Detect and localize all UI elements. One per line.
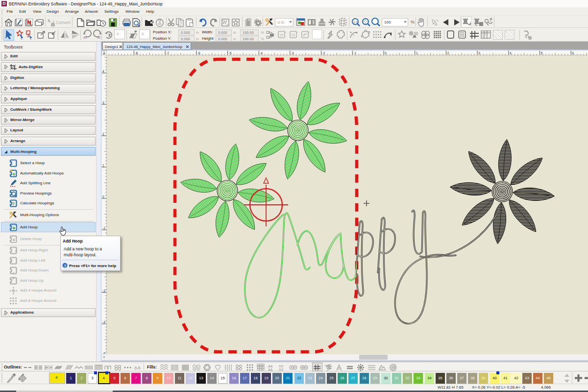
svg-text:XX: XX — [279, 368, 284, 371]
svg-text:4: 4 — [102, 70, 104, 73]
svg-text:-8: -8 — [135, 51, 138, 55]
svg-text:45: 45 — [83, 36, 87, 39]
svg-text:AA: AA — [268, 365, 273, 368]
svg-text:-6: -6 — [197, 51, 200, 55]
svg-text:-4: -4 — [102, 320, 105, 324]
svg-text:?: ? — [12, 201, 15, 206]
svg-text:-2: -2 — [322, 51, 325, 55]
svg-text:3: 3 — [102, 101, 104, 104]
svg-text:?: ? — [64, 264, 66, 268]
svg-text:-5: -5 — [229, 51, 232, 55]
svg-text:1:1: 1:1 — [354, 21, 358, 24]
svg-text:-3: -3 — [291, 51, 294, 55]
svg-text:2: 2 — [102, 132, 104, 136]
svg-text:XX: XX — [279, 365, 284, 368]
svg-text:15: 15 — [279, 33, 283, 37]
svg-text:AA: AA — [268, 368, 273, 371]
svg-text:4: 4 — [510, 51, 512, 55]
svg-text:-1: -1 — [102, 226, 105, 230]
svg-text:0: 0 — [102, 195, 104, 198]
svg-text:-7: -7 — [166, 51, 169, 55]
svg-text:3: 3 — [478, 51, 480, 55]
svg-text:-3: -3 — [102, 289, 105, 293]
svg-text:45: 45 — [97, 36, 101, 39]
svg-text:1: 1 — [416, 51, 418, 55]
svg-text:5: 5 — [541, 51, 543, 55]
svg-text:0: 0 — [385, 51, 387, 55]
svg-text:-4: -4 — [260, 51, 263, 55]
svg-text:1: 1 — [102, 164, 104, 167]
svg-text:6: 6 — [572, 51, 574, 55]
svg-text:-1: -1 — [353, 51, 356, 55]
svg-text:15: 15 — [291, 33, 295, 37]
svg-text:2: 2 — [447, 51, 449, 55]
